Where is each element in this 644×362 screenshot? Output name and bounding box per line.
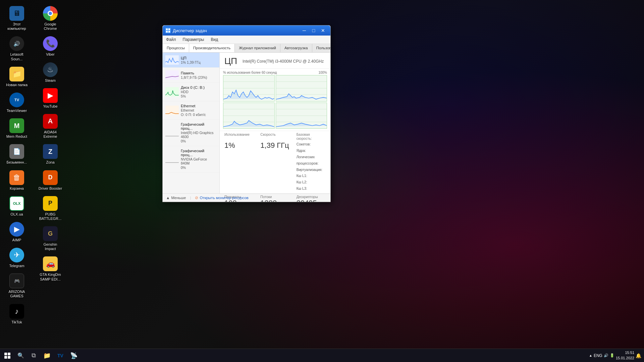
icon-aida64[interactable]: A AIDA64 Extreme xyxy=(37,111,64,141)
process-item-ethernet[interactable]: Ethernet Ethernet О: 0 П: 0 кбит/с xyxy=(163,101,219,120)
icon-memreduct[interactable]: M Mem Reduct xyxy=(3,116,30,141)
taskbar-chevron-icon: ▲ xyxy=(589,354,592,357)
file-explorer-button[interactable]: 📁 xyxy=(40,349,54,362)
icon-new-folder[interactable]: 📁 Новая папка xyxy=(3,64,30,90)
pubg-icon: P xyxy=(43,196,58,211)
icon-letasoft[interactable]: 🔊 Letasoft Soun... xyxy=(3,34,30,64)
cpu-subtitle: Intel(R) Core(TM) i3-4000M CPU @ 2.40GHz xyxy=(243,59,324,64)
chart-max: 100% xyxy=(318,71,327,74)
speed-label: Скорость xyxy=(260,132,289,136)
cpu-proc-name: ЦП xyxy=(181,56,201,60)
usage-label: Использование xyxy=(224,132,254,136)
network-taskbar-button[interactable]: 📡 xyxy=(67,349,80,362)
icon-gta[interactable]: 🚗 GTA KingDm SAMP EDI... xyxy=(37,254,64,284)
memreduct-icon: M xyxy=(9,118,24,133)
battery-icon: 🔋 xyxy=(610,353,614,358)
gpu-nvidia-proc-detail1: NVIDIA GeForce 840M xyxy=(181,157,217,165)
icon-chrome[interactable]: Google Chrome xyxy=(37,3,64,34)
steam-label: Steam xyxy=(45,78,56,83)
tab-users[interactable]: Пользователи xyxy=(312,44,330,52)
icon-pubg[interactable]: P PUBG BATTLEGR... xyxy=(37,193,64,224)
steam-icon: ♨ xyxy=(43,62,58,77)
youtube-icon: ▶ xyxy=(43,88,58,103)
menu-params[interactable]: Параметры xyxy=(179,36,208,43)
icon-viber[interactable]: 📞 Viber xyxy=(37,34,64,59)
base-speed-label: Базовая скорость: xyxy=(297,132,326,140)
svg-rect-5 xyxy=(165,70,179,80)
gpu-intel-proc-detail1: Intel(R) HD Graphics 4600 xyxy=(181,131,217,139)
icon-unnamed[interactable]: 📄 Безымянн... xyxy=(3,141,30,167)
search-button[interactable]: 🔍 xyxy=(15,349,27,362)
icon-teamviewer[interactable]: TV TeamViewer xyxy=(3,90,30,116)
l3-label: Кш L3: xyxy=(297,186,307,190)
disk-proc-detail2: 5% xyxy=(181,94,205,98)
cpu-chart-1 xyxy=(223,75,275,102)
sockets-label: Сокетов: xyxy=(297,142,311,146)
telegram-label: Telegram xyxy=(9,264,24,268)
icon-youtube[interactable]: ▶ YouTube xyxy=(37,85,64,111)
tab-processes[interactable]: Процессы xyxy=(163,44,189,52)
teamviewer-taskbar-button[interactable]: TV xyxy=(54,349,67,362)
taskbar-lang: ENG xyxy=(594,353,602,358)
taskbar-right: ▲ ENG 🔊 🔋 15:51 15.01.2022 🔔 xyxy=(589,350,644,361)
chrome-label: Google Chrome xyxy=(38,22,62,31)
eth-proc-detail1: Ethernet xyxy=(181,108,206,112)
taskmanager-title-icon xyxy=(165,28,171,33)
menu-file[interactable]: Файл xyxy=(163,36,179,43)
olx-icon: OLX xyxy=(9,196,24,211)
left-panel: ЦП 1% 1,39 ГГц Память 1,8/ xyxy=(163,53,220,193)
open-monitor-button[interactable]: ⊘ Открыть монитор ресурсов xyxy=(195,195,249,200)
teamviewer-taskbar-icon: TV xyxy=(57,353,63,358)
teamviewer-icon: TV xyxy=(9,93,24,107)
tiktok-label: TikTok xyxy=(11,320,22,324)
icon-aimp[interactable]: ▶ AIMP xyxy=(3,219,30,245)
menu-view[interactable]: Вид xyxy=(207,36,221,43)
tab-startup[interactable]: Автозагрузка xyxy=(280,44,312,52)
right-panel: ЦП Intel(R) Core(TM) i3-4000M CPU @ 2.40… xyxy=(220,53,330,193)
start-button[interactable] xyxy=(0,349,15,362)
chart-label: % использования более 60 секунд xyxy=(223,71,277,74)
desktop-icons-area: 🖥 Этот компьютер 🔊 Letasoft Soun... 📁 Но… xyxy=(3,3,70,349)
minimize-button[interactable]: ─ xyxy=(300,26,309,35)
collapse-button[interactable]: ▲ Меньше xyxy=(166,196,186,200)
chrome-icon xyxy=(43,6,58,21)
window-titlebar: Диспетчер задач ─ □ ✕ xyxy=(163,25,330,36)
icon-driverbooster[interactable]: D Driver Booster xyxy=(37,168,64,193)
icon-zona[interactable]: Z Zona xyxy=(37,141,64,167)
cpu-chart-4 xyxy=(276,103,327,129)
tab-bar: Процессы Производительность Журнал прило… xyxy=(163,44,330,53)
svg-rect-2 xyxy=(166,31,168,33)
tab-app-history[interactable]: Журнал приложений xyxy=(235,44,280,52)
icon-arizona[interactable]: 🎮 ARIZONA GAMES xyxy=(3,271,30,301)
footer-divider: | xyxy=(190,196,191,200)
svg-rect-3 xyxy=(168,31,170,33)
maximize-button[interactable]: □ xyxy=(309,26,318,35)
zona-label: Zona xyxy=(46,160,54,165)
icon-genshin[interactable]: G Genshin Impact xyxy=(37,224,64,254)
close-button[interactable]: ✕ xyxy=(318,26,328,35)
process-item-memory[interactable]: Память 1,8/7,9 ГБ (23%) xyxy=(163,68,219,83)
new-folder-label: Новая папка xyxy=(6,83,28,87)
tiktok-icon: ♪ xyxy=(9,304,24,319)
task-view-button[interactable]: ⧉ xyxy=(27,349,40,362)
genshin-icon: G xyxy=(43,226,58,241)
icon-store[interactable]: 🗑 Корзина xyxy=(3,168,30,193)
youtube-label: YouTube xyxy=(43,104,57,109)
store-icon: 🗑 xyxy=(9,170,24,185)
teamviewer-label: TeamViewer xyxy=(7,109,27,113)
icon-tiktok[interactable]: ♪ TikTok xyxy=(3,301,30,327)
new-folder-icon: 📁 xyxy=(9,67,24,81)
memreduct-label: Mem Reduct xyxy=(6,134,27,139)
icon-telegram[interactable]: ✈ Telegram xyxy=(3,245,30,271)
icon-olx[interactable]: OLX OLX.ua xyxy=(3,193,30,219)
window-controls: ─ □ ✕ xyxy=(300,26,328,35)
tab-performance[interactable]: Производительность xyxy=(189,44,235,52)
disk-proc-detail1: HDD xyxy=(181,90,205,94)
process-item-gpu-intel[interactable]: Графический проц... Intel(R) HD Graphics… xyxy=(163,120,219,146)
icon-steam[interactable]: ♨ Steam xyxy=(37,60,64,85)
process-item-disk[interactable]: Диск 0 (C: B:) HDD 5% xyxy=(163,83,219,101)
icon-this-pc[interactable]: 🖥 Этот компьютер xyxy=(3,3,30,34)
process-item-cpu[interactable]: ЦП 1% 1,39 ГГц xyxy=(163,53,219,68)
process-item-gpu-nvidia[interactable]: Графический проц... NVIDIA GeForce 840M … xyxy=(163,146,219,173)
desktop: 🖥 Этот компьютер 🔊 Letasoft Soun... 📁 Но… xyxy=(0,0,644,362)
